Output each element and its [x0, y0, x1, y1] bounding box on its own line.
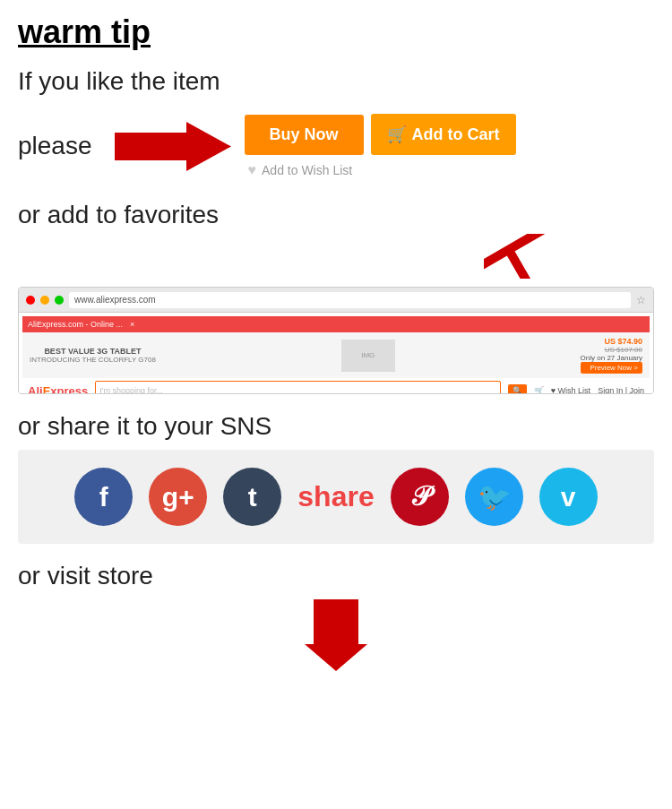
cart-icon: 🛒: [387, 125, 407, 144]
ali-top-bar: AliExpress.com - Online ... ×: [22, 316, 650, 332]
browser-screenshot: www.aliexpress.com ☆ AliExpress.com - On…: [18, 287, 654, 394]
ali-cart-link: 🛒: [534, 386, 544, 394]
page-title: warm tip: [18, 13, 654, 51]
visit-store-text: or visit store: [18, 562, 654, 590]
pinterest-icon[interactable]: 𝒫: [391, 468, 449, 526]
social-icons-row: f g+ t share 𝒫 🐦 v: [18, 450, 654, 544]
add-to-cart-button[interactable]: 🛒 Add to Cart: [371, 114, 516, 155]
wish-list-row: ♥ Add to Wish List: [248, 162, 516, 178]
buy-now-button[interactable]: Buy Now: [245, 115, 364, 155]
add-to-cart-label: Add to Cart: [412, 125, 500, 144]
twitter-icon[interactable]: 🐦: [465, 468, 523, 526]
please-text: please: [18, 132, 92, 160]
preview-button[interactable]: Preview Now >: [581, 362, 642, 374]
visit-store-section: or visit store: [18, 562, 654, 675]
ali-promo-bar: BEST VALUE 3G TABLET INTRODUCING THE COL…: [22, 332, 650, 378]
promo-sub: INTRODUCING THE COLORFLY G708: [30, 356, 156, 364]
browser-bar: www.aliexpress.com ☆: [19, 288, 653, 313]
wish-list-label: Add to Wish List: [262, 163, 352, 177]
heart-icon: ♥: [248, 162, 257, 178]
browser-star-icon: ☆: [636, 294, 646, 306]
ali-search-bar: I'm shopping for...: [95, 381, 501, 394]
down-right-arrow-icon: [484, 234, 582, 282]
intro-section: If you like the item: [18, 67, 654, 96]
ali-tab-close: ×: [130, 320, 134, 329]
ali-nav-bar: AliExpress I'm shopping for... 🔍 🛒 ♥ Wis…: [22, 378, 650, 394]
action-buttons: Buy Now 🛒 Add to Cart ♥ Add to Wish List: [245, 114, 516, 178]
favorites-text: or add to favorites: [18, 201, 654, 229]
right-arrow-icon: [115, 122, 231, 171]
promo-date: Only on 27 January: [581, 354, 642, 362]
promo-price: US $74.90: [581, 337, 642, 346]
svg-marker-0: [115, 122, 231, 171]
facebook-icon[interactable]: f: [74, 468, 133, 526]
browser-url-bar: www.aliexpress.com: [69, 292, 631, 308]
down-arrow-icon: [305, 599, 367, 675]
ali-signin-link: Sign In | Join: [598, 386, 644, 394]
browser-close-dot: [26, 296, 35, 305]
buy-section: please Buy Now 🛒 Add to Cart ♥ Add to Wi…: [18, 114, 654, 178]
promo-old-price: US $107.00: [581, 346, 642, 354]
main-buttons-row: Buy Now 🛒 Add to Cart: [245, 114, 516, 155]
tumblr-icon[interactable]: t: [223, 468, 281, 526]
ali-search-placeholder: I'm shopping for...: [99, 386, 163, 394]
promo-title: BEST VALUE 3G TABLET: [30, 347, 156, 356]
ali-tab-label: AliExpress.com - Online ...: [28, 320, 123, 329]
intro-text: If you like the item: [18, 67, 654, 96]
svg-marker-1: [484, 234, 579, 279]
ali-search-button[interactable]: 🔍: [508, 384, 527, 394]
favorites-arrow-container: [18, 234, 582, 282]
ali-promo-text: BEST VALUE 3G TABLET INTRODUCING THE COL…: [30, 347, 156, 364]
ali-wish-link: ♥ Wish List: [551, 386, 590, 394]
promo-image: IMG: [341, 340, 395, 372]
sns-text: or share it to your SNS: [18, 412, 654, 441]
svg-marker-2: [305, 599, 367, 671]
sns-section: or share it to your SNS f g+ t share 𝒫 🐦…: [18, 412, 654, 544]
browser-min-dot: [40, 296, 49, 305]
share-label: share: [297, 480, 374, 513]
promo-price-block: US $74.90 US $107.00 Only on 27 January …: [581, 337, 642, 374]
browser-max-dot: [55, 296, 64, 305]
google-plus-icon[interactable]: g+: [149, 468, 207, 526]
down-arrow-container: [18, 599, 654, 675]
ali-logo: AliExpress: [28, 384, 88, 395]
aliexpress-mini-browser: AliExpress.com - Online ... × BEST VALUE…: [19, 313, 653, 394]
vimeo-icon[interactable]: v: [539, 468, 598, 526]
browser-url: www.aliexpress.com: [74, 295, 156, 305]
favorites-section: or add to favorites www.aliexpress.com ☆…: [18, 201, 654, 394]
